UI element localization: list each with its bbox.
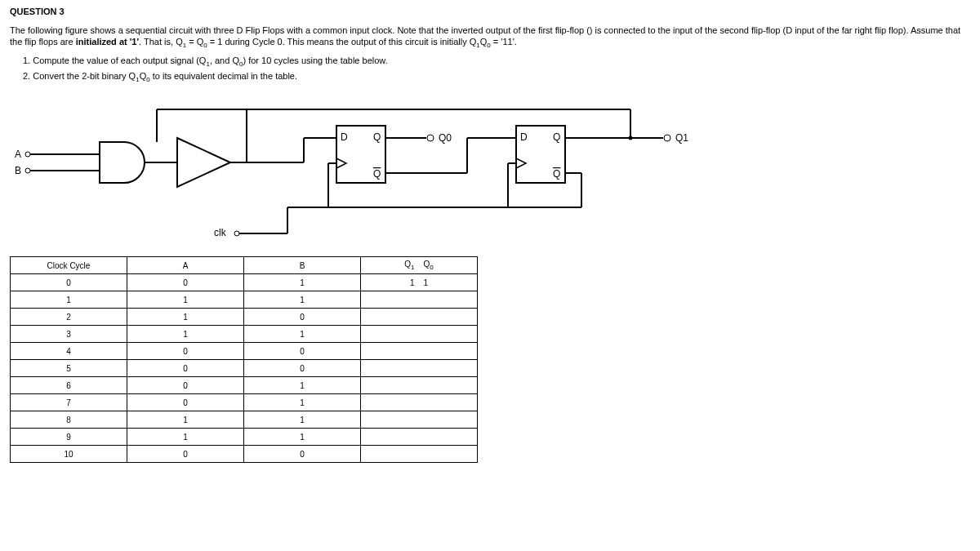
desc-bold: initialized at '1' — [76, 37, 139, 47]
header-b: B — [244, 257, 361, 274]
label-qbar: Q — [553, 168, 560, 180]
circuit-diagram: A B D Q Q Q0 D Q Q Q1 clk — [10, 93, 970, 256]
label-q1: Q1 — [675, 132, 688, 144]
label-d: D — [520, 131, 528, 143]
table-row: 500 — [11, 360, 478, 377]
svg-point-21 — [664, 135, 670, 141]
table-row: 601 — [11, 377, 478, 394]
item-text: Q — [140, 71, 147, 81]
item-text: 2. Convert the 2-bit binary Q — [23, 71, 136, 81]
svg-point-15 — [427, 135, 434, 141]
label-a: A — [15, 149, 21, 160]
label-d: D — [341, 131, 348, 143]
svg-point-0 — [25, 152, 30, 157]
desc-text: = 1 during Cycle 0. This means the outpu… — [207, 37, 477, 47]
item-text: to its equivalent decimal in the table. — [150, 71, 297, 81]
desc-text: = '11'. — [491, 37, 517, 47]
label-b: B — [15, 165, 21, 176]
item-text: ) for 10 cycles using the table below. — [243, 56, 387, 65]
label-q0: Q0 — [439, 132, 452, 144]
table-header-row: Clock Cycle A B Q1 Q0 — [11, 257, 478, 274]
svg-point-24 — [234, 231, 239, 236]
table-row: 311 — [11, 326, 478, 343]
table-row: 210 — [11, 309, 478, 326]
table-row: 811 — [11, 411, 478, 429]
header-q1q0: Q1 Q0 — [361, 257, 478, 274]
table-row: 0011 1 — [11, 274, 478, 291]
desc-text: . That is, Q — [139, 37, 183, 47]
label-qbar: Q — [373, 168, 381, 180]
list-item-2: 2. Convert the 2-bit binary Q1Q0 to its … — [23, 71, 970, 83]
table-row: 911 — [11, 429, 478, 446]
header-cycle: Clock Cycle — [11, 257, 127, 274]
label-clk: clk — [214, 227, 227, 238]
item-text: 1. Compute the value of each output sign… — [23, 56, 206, 65]
svg-point-1 — [25, 168, 30, 173]
table-row: 400 — [11, 343, 478, 360]
table-row: 701 — [11, 394, 478, 411]
desc-text: = Q — [186, 37, 203, 47]
svg-point-34 — [629, 136, 633, 140]
table-row: 111 — [11, 291, 478, 309]
question-description: The following figure shows a sequential … — [10, 24, 970, 51]
table-row: 1000 — [11, 446, 478, 463]
header-a: A — [127, 257, 244, 274]
label-q: Q — [553, 131, 560, 143]
truth-table: Clock Cycle A B Q1 Q0 0011 1 111 210 311… — [10, 256, 970, 463]
list-item-1: 1. Compute the value of each output sign… — [23, 56, 970, 68]
item-text: , and Q — [210, 56, 239, 65]
label-q: Q — [373, 131, 381, 143]
question-title: QUESTION 3 — [10, 7, 970, 16]
